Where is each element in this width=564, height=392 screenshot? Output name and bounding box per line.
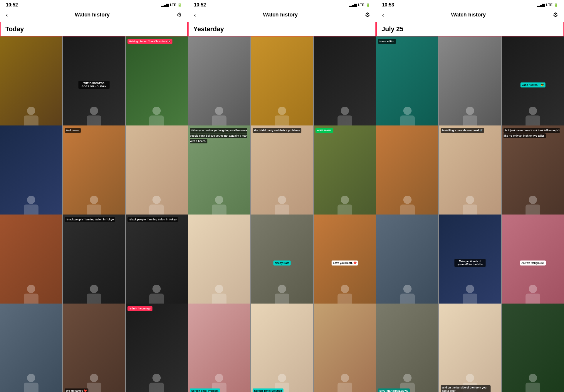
video-label: Dad reveal bbox=[65, 128, 81, 133]
video-label: 'Black people' Tanning Salon in Tokyo bbox=[65, 217, 115, 222]
video-overlay: 664.7K bbox=[314, 36, 376, 133]
video-thumb-7[interactable]: 26.5K bbox=[0, 215, 62, 311]
section-header: Yesterday bbox=[188, 22, 376, 36]
back-button[interactable]: ‹ bbox=[194, 11, 196, 18]
video-thumb-7[interactable]: 3.8M bbox=[376, 215, 439, 311]
video-thumb-4[interactable]: 597.3K bbox=[0, 125, 62, 222]
video-thumb-9[interactable]: 283.0K Are we Religious? bbox=[502, 215, 564, 311]
video-thumb-6[interactable]: 622.7K bbox=[126, 125, 188, 222]
video-grid-wrapper: Haas' editor 474.2K bbox=[376, 36, 564, 392]
video-thumb-1[interactable]: 806.7K bbox=[188, 36, 250, 133]
nav-bar: ‹ Watch history ⚙ bbox=[188, 9, 376, 21]
video-label: Love you Scott. ❤️ bbox=[332, 260, 358, 265]
video-thumb-10[interactable]: 3.0M BROTHER KHALED?!? bbox=[376, 304, 439, 392]
page-title: Watch history bbox=[263, 12, 298, 18]
video-overlay: "stitch incoming" 589.2K bbox=[126, 304, 188, 392]
page-title: Watch history bbox=[451, 12, 486, 18]
video-thumb-5[interactable]: installing a new shower head 🚿 4.4M bbox=[439, 125, 501, 222]
video-thumb-11[interactable]: 1.5M and on the far side of the room you… bbox=[439, 304, 501, 392]
status-icons: ▂▄▆ LTE 🔋 bbox=[537, 3, 558, 7]
back-button[interactable]: ‹ bbox=[6, 11, 8, 18]
video-thumb-1[interactable]: 24.5K bbox=[0, 36, 62, 133]
video-label: THE BARONESS GOES ON HOLIDAY bbox=[78, 81, 110, 89]
video-thumb-8[interactable]: 'Black people' Tanning Salon in Tokyo 52… bbox=[63, 215, 125, 311]
video-thumb-9[interactable]: 8.6M Love you Scott. ❤️ bbox=[314, 215, 376, 311]
status-bar: 10:52 ▂▄▆ LTE 🔋 bbox=[188, 0, 376, 9]
video-thumb-3[interactable]: Making Linden Tree Chocolate 🍫 426.6K bbox=[126, 36, 188, 133]
video-thumb-4[interactable]: 1.6M bbox=[376, 125, 439, 222]
back-button[interactable]: ‹ bbox=[382, 11, 384, 18]
video-thumb-5[interactable]: the bridal party and their # problems 2.… bbox=[251, 125, 313, 222]
video-thumb-2[interactable]: 17.6M bbox=[439, 36, 501, 133]
video-overlay: 1.5M bbox=[439, 304, 501, 392]
video-thumb-6[interactable]: is it just me or does it not look tall e… bbox=[502, 125, 564, 222]
video-thumb-2[interactable]: 22.9K THE BARONESS GOES ON HOLIDAY bbox=[63, 36, 125, 133]
video-label: the bridal party and their # problems bbox=[253, 128, 301, 133]
video-thumb-12[interactable]: 8.3M bbox=[314, 304, 376, 392]
label-area: Haas' editor bbox=[378, 38, 437, 43]
video-thumb-9[interactable]: 'Black people' Tanning Salon in Tokyo 52… bbox=[126, 215, 188, 311]
video-overlay: 17.6M bbox=[439, 36, 501, 133]
video-overlay: installing a new shower head 🚿 4.4M bbox=[439, 125, 501, 222]
video-label: We are family ❤️ bbox=[65, 388, 88, 392]
video-overlay: 597.3K bbox=[0, 125, 62, 222]
video-thumb-8[interactable]: 120.1K Take pic & vids of yourself for t… bbox=[439, 215, 501, 311]
battery-icon: 🔋 bbox=[177, 3, 182, 7]
video-overlay: 'Black people' Tanning Salon in Tokyo 52… bbox=[126, 215, 188, 311]
section-date-label: July 25 bbox=[382, 25, 404, 33]
video-label: WIFE HAUL bbox=[315, 128, 333, 133]
status-bar: 10:53 ▂▄▆ LTE 🔋 bbox=[376, 0, 564, 9]
video-grid-wrapper: 24.5K 22.9K THE bbox=[0, 36, 188, 392]
video-overlay: 31.3M bbox=[251, 36, 313, 133]
signal-icon: ▂▄▆ bbox=[349, 3, 357, 7]
video-thumb-8[interactable]: 298.0K Needy Cats bbox=[251, 215, 313, 311]
video-thumb-11[interactable]: 11.6K Screen Time: Solution bbox=[251, 304, 313, 392]
video-label: Screen Time: Solution bbox=[253, 388, 283, 392]
video-thumb-2[interactable]: 31.3M bbox=[251, 36, 313, 133]
video-thumb-7[interactable]: 50.5K bbox=[188, 215, 250, 311]
status-time: 10:52 bbox=[6, 2, 18, 8]
video-thumb-12[interactable]: 1.7M bbox=[502, 304, 564, 392]
settings-icon[interactable]: ⚙ bbox=[365, 11, 370, 18]
status-time: 10:52 bbox=[194, 2, 206, 8]
video-thumb-4[interactable]: When you realize you're going viral beca… bbox=[188, 125, 250, 222]
video-grid: 806.7K 31.3M bbox=[188, 36, 376, 392]
video-label: "stitch incoming" bbox=[127, 306, 152, 311]
video-label: When you realize you're going viral beca… bbox=[190, 128, 247, 143]
network-type: LTE bbox=[170, 3, 177, 7]
video-thumb-6[interactable]: WIFE HAUL 1.9M bbox=[314, 125, 376, 222]
signal-icon: ▂▄▆ bbox=[161, 3, 169, 7]
video-overlay: 24.5K bbox=[0, 36, 62, 133]
video-thumb-3[interactable]: 664.7K bbox=[314, 36, 376, 133]
label-area: the bridal party and their # problems bbox=[253, 127, 311, 133]
video-label: Haas' editor bbox=[378, 39, 396, 44]
page-title: Watch history bbox=[75, 12, 110, 18]
video-thumb-10[interactable]: 1.4M bbox=[0, 304, 62, 392]
phone-container: 10:52 ▂▄▆ LTE 🔋 ‹ Watch history ⚙ Today bbox=[0, 0, 564, 392]
video-overlay: 26.5K bbox=[0, 215, 62, 311]
video-thumb-11[interactable]: 703.4K We are family ❤️ bbox=[63, 304, 125, 392]
label-area: Making Linden Tree Chocolate 🍫 bbox=[127, 38, 186, 43]
video-label: Are we Religious? bbox=[520, 260, 546, 265]
video-overlay: Dad reveal 142.2K bbox=[63, 125, 125, 222]
status-bar: 10:52 ▂▄▆ LTE 🔋 bbox=[0, 0, 188, 9]
nav-bar: ‹ Watch history ⚙ bbox=[376, 9, 564, 21]
video-overlay: Haas' editor 474.2K bbox=[376, 36, 439, 133]
video-thumb-12[interactable]: "stitch incoming" 589.2K bbox=[126, 304, 188, 392]
video-label: BROTHER KHALED?!? bbox=[378, 388, 410, 392]
video-thumb-1[interactable]: Haas' editor 474.2K bbox=[376, 36, 439, 133]
settings-icon[interactable]: ⚙ bbox=[553, 11, 558, 18]
video-label: Needy Cats bbox=[273, 260, 291, 265]
video-overlay: Making Linden Tree Chocolate 🍫 426.6K bbox=[126, 36, 188, 133]
video-overlay: 622.7K bbox=[126, 125, 188, 222]
video-thumb-5[interactable]: Dad reveal 142.2K bbox=[63, 125, 125, 222]
video-label: installing a new shower head 🚿 bbox=[441, 128, 484, 133]
section-header: Today bbox=[0, 22, 188, 36]
video-thumb-10[interactable]: 290.9K Screen time: Problem bbox=[188, 304, 250, 392]
video-overlay: WIFE HAUL 1.9M bbox=[314, 125, 376, 222]
section-header: July 25 bbox=[376, 22, 564, 36]
phone-1: 10:52 ▂▄▆ LTE 🔋 ‹ Watch history ⚙ Today bbox=[0, 0, 188, 392]
video-grid-wrapper: 806.7K 31.3M bbox=[188, 36, 376, 392]
settings-icon[interactable]: ⚙ bbox=[177, 11, 182, 18]
video-thumb-3[interactable]: 153.8K Jane Austen + 😎 bbox=[502, 36, 564, 133]
